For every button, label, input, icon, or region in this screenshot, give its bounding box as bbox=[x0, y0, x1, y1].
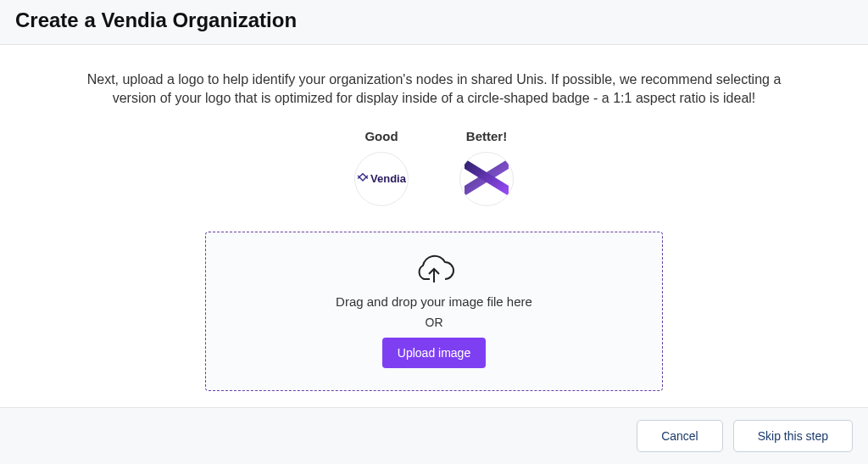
vendia-glyph-icon bbox=[357, 172, 369, 186]
example-good-badge: Vendia bbox=[354, 152, 409, 206]
example-better-badge bbox=[459, 152, 514, 206]
dropzone-text: Drag and drop your image file here bbox=[336, 294, 532, 309]
upload-dropzone[interactable]: Drag and drop your image file here OR Up… bbox=[205, 232, 663, 391]
dropzone-or: OR bbox=[426, 316, 443, 329]
instructions-text: Next, upload a logo to help identify you… bbox=[86, 70, 782, 109]
page-title: Create a Vendia Organization bbox=[15, 8, 853, 32]
example-better-label: Better! bbox=[466, 129, 507, 143]
cancel-button[interactable]: Cancel bbox=[637, 420, 723, 452]
example-better: Better! bbox=[459, 129, 514, 206]
main-content: Next, upload a logo to help identify you… bbox=[0, 45, 868, 407]
vendia-mark-icon bbox=[459, 152, 514, 206]
cloud-upload-icon bbox=[413, 254, 455, 289]
skip-button[interactable]: Skip this step bbox=[733, 420, 853, 452]
example-good-label: Good bbox=[364, 129, 398, 143]
logo-examples: Good Vendia Better! bbox=[354, 129, 514, 206]
example-good-badge-text: Vendia bbox=[370, 172, 406, 185]
page-header: Create a Vendia Organization bbox=[0, 0, 868, 45]
example-good: Good Vendia bbox=[354, 129, 409, 206]
footer-actions: Cancel Skip this step bbox=[0, 407, 868, 464]
upload-image-button[interactable]: Upload image bbox=[382, 338, 486, 368]
